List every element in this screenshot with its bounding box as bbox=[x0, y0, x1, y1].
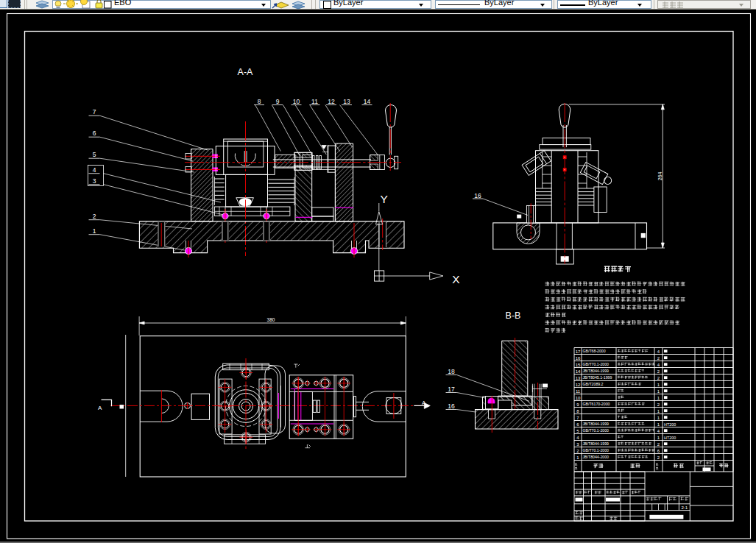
svg-text:10: 10 bbox=[293, 98, 300, 105]
svg-text:GB/T2089.2: GB/T2089.2 bbox=[583, 382, 604, 386]
svg-text:14: 14 bbox=[364, 98, 371, 105]
svg-text:380: 380 bbox=[267, 317, 275, 322]
svg-text:6: 6 bbox=[93, 129, 96, 137]
svg-text:16: 16 bbox=[448, 402, 455, 410]
svg-text:9: 9 bbox=[276, 98, 280, 105]
svg-text:GB/T70.1-2000: GB/T70.1-2000 bbox=[583, 362, 610, 366]
svg-text:GB/T6170-2000: GB/T6170-2000 bbox=[583, 402, 610, 406]
svg-text:JB/T8044-1999: JB/T8044-1999 bbox=[583, 422, 610, 426]
svg-text:12: 12 bbox=[328, 98, 335, 105]
svg-text:13: 13 bbox=[576, 376, 581, 380]
svg-text:1: 1 bbox=[93, 227, 96, 235]
svg-text:16: 16 bbox=[576, 356, 581, 361]
svg-text:GB/T68-2000: GB/T68-2000 bbox=[583, 349, 606, 353]
svg-text:11: 11 bbox=[311, 98, 318, 105]
svg-text:4: 4 bbox=[93, 166, 96, 174]
svg-text:16: 16 bbox=[474, 192, 481, 199]
svg-text:3: 3 bbox=[93, 177, 96, 185]
svg-text:A-A: A-A bbox=[238, 67, 254, 77]
svg-text:13: 13 bbox=[343, 98, 350, 105]
svg-text:10: 10 bbox=[576, 396, 581, 400]
svg-text:17: 17 bbox=[576, 349, 581, 354]
svg-text:X: X bbox=[452, 273, 460, 285]
svg-text:A: A bbox=[98, 405, 102, 411]
svg-text:7: 7 bbox=[93, 108, 96, 116]
svg-text:GB/T70.1-2000: GB/T70.1-2000 bbox=[583, 428, 610, 433]
svg-text:2: 2 bbox=[93, 213, 96, 220]
svg-text:5: 5 bbox=[93, 151, 96, 158]
svg-text:14: 14 bbox=[576, 369, 581, 374]
svg-text:11: 11 bbox=[576, 389, 581, 394]
svg-text:JB/T8044-1999: JB/T8044-1999 bbox=[583, 441, 610, 446]
svg-text:GB/T70.1-2000: GB/T70.1-2000 bbox=[583, 448, 610, 452]
svg-text:HT200: HT200 bbox=[664, 422, 676, 427]
svg-text:18: 18 bbox=[448, 368, 455, 375]
svg-text:B-B: B-B bbox=[506, 310, 521, 321]
svg-text:Y: Y bbox=[381, 193, 388, 205]
svg-text:HT200: HT200 bbox=[664, 436, 676, 440]
svg-text:2:1: 2:1 bbox=[681, 505, 688, 510]
svg-text:JB/T8044-2000: JB/T8044-2000 bbox=[583, 455, 610, 459]
svg-text:JB/T8044-1999: JB/T8044-1999 bbox=[583, 369, 610, 373]
svg-text:15: 15 bbox=[576, 363, 581, 367]
svg-text:12: 12 bbox=[576, 383, 581, 387]
svg-text:JB/T8045.1-1999: JB/T8045.1-1999 bbox=[583, 375, 612, 380]
svg-text:8: 8 bbox=[258, 98, 261, 105]
svg-text:17: 17 bbox=[448, 386, 455, 393]
svg-text:264: 264 bbox=[657, 172, 663, 181]
